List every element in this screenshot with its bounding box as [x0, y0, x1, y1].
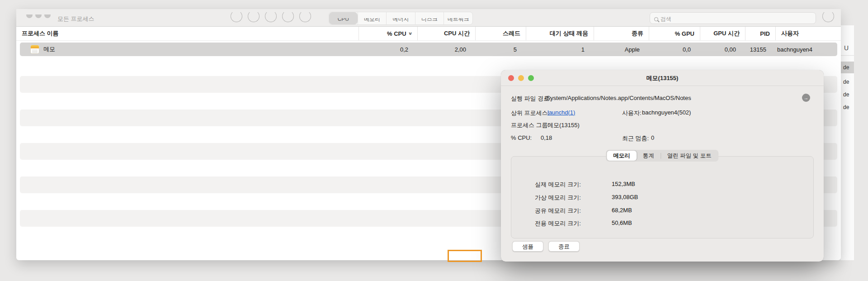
column-header-gpu-time[interactable]: GPU 시간: [700, 27, 745, 40]
cell-kind: Apple: [590, 46, 645, 53]
path-value: /System/Applications/Notes.app/Contents/…: [545, 95, 691, 101]
tab-statistics[interactable]: 통계: [637, 151, 660, 161]
list-item[interactable]: de: [840, 101, 854, 113]
private-memory-label: 전용 메모리 크기:: [535, 219, 581, 228]
zoom-button[interactable]: [44, 14, 51, 18]
stop-process-button[interactable]: [231, 10, 242, 22]
real-memory-value: 152,3MB: [612, 181, 635, 187]
tab-disk[interactable]: 디스크: [415, 12, 444, 24]
private-memory-value: 50,6MB: [612, 219, 632, 226]
cell-threads: 5: [472, 46, 522, 53]
virtual-memory-label: 가상 메모리 크기:: [535, 194, 581, 202]
tab-memory[interactable]: 메모리: [607, 151, 637, 161]
process-info-window: 메모(13155) 실행 파일 경로: /System/Applications…: [501, 70, 824, 262]
resource-tabs: CPU 메모리 에너지 디스크 네트워크: [329, 12, 473, 25]
tab-memory[interactable]: 메모리: [358, 12, 387, 24]
sort-chevron-icon: ∨: [408, 31, 412, 36]
cell-cpu-time: 2,00: [414, 46, 472, 53]
sample-process-button[interactable]: [265, 10, 277, 22]
cell-cpu-percent: 0,2: [355, 46, 414, 53]
quit-button[interactable]: 종료: [548, 241, 580, 252]
column-header-gpu-percent[interactable]: % GPU: [649, 27, 700, 40]
table-row-memo[interactable]: 메모 0,2 2,00 5 1 Apple 0,0 0,00 13155 bac…: [20, 43, 837, 56]
process-name: 메모: [43, 45, 55, 53]
close-button[interactable]: [26, 14, 33, 18]
search-input[interactable]: 검색: [650, 12, 816, 24]
cell-idle-wakeups: 1: [522, 46, 590, 53]
parent-process-link[interactable]: launchd(1): [547, 109, 575, 116]
sample-button[interactable]: 샘플: [512, 241, 543, 252]
inspector-tabs: 메모리 통계 열린 파일 및 포트: [606, 150, 718, 162]
list-item[interactable]: de: [840, 89, 854, 100]
background-window-header: U: [844, 44, 849, 52]
inspector-title: 메모(13155): [501, 74, 824, 82]
tab-energy[interactable]: 에너지: [386, 12, 415, 24]
column-header-cpu-time[interactable]: CPU 시간: [417, 27, 475, 40]
column-header-threads[interactable]: 스레드: [475, 27, 526, 40]
minimize-button[interactable]: [35, 14, 42, 18]
cell-gpu-percent: 0,0: [645, 46, 696, 53]
reveal-in-finder-icon[interactable]: →: [802, 94, 810, 102]
tab-network[interactable]: 네트워크: [443, 12, 472, 24]
toolbar-extra-button-1[interactable]: [282, 10, 294, 22]
virtual-memory-value: 393,08GB: [612, 194, 638, 200]
column-header-process-name[interactable]: 프로세스 이름: [16, 27, 359, 40]
toolbar: 모든 프로세스 CPU 메모리 에너지 디스크 네트워크 검색: [16, 9, 841, 27]
process-group-value: 메모(13155): [547, 121, 580, 129]
cell-pid: 13155: [741, 46, 772, 53]
table-header: 프로세스 이름 % CPU∨ CPU 시간 스레드 대기 상태 깨움 종류 % …: [16, 27, 841, 41]
divider: [840, 55, 854, 56]
real-memory-label: 실제 메모리 크기:: [535, 181, 581, 189]
search-icon: [654, 17, 658, 21]
column-header-user[interactable]: 사용자: [775, 27, 841, 40]
inspect-process-button[interactable]: [248, 10, 259, 22]
cell-gpu-time: 0,00: [696, 46, 741, 53]
list-item[interactable]: de: [840, 62, 854, 73]
memory-panel: 실제 메모리 크기: 152,3MB 가상 메모리 크기: 393,08GB 공…: [511, 156, 814, 238]
search-placeholder: 검색: [660, 15, 671, 23]
recent-hangs-value: 0: [651, 134, 654, 141]
screenshot-stage: U de de de de 모든 프로세스 CPU 메모리 에너지 디스크 네트…: [0, 0, 868, 281]
toolbar-right-button[interactable]: [822, 10, 834, 22]
user-value: bachnguyen4(502): [642, 109, 691, 116]
tab-open-files-and-ports[interactable]: 열린 파일 및 포트: [661, 151, 718, 161]
user-label: 사용자:: [622, 109, 642, 117]
shared-memory-label: 공유 메모리 크기:: [535, 207, 581, 215]
tab-cpu[interactable]: CPU: [329, 12, 358, 24]
notes-app-icon: [30, 45, 39, 54]
parent-process-label: 상위 프로세스:: [511, 109, 549, 117]
column-header-pid[interactable]: PID: [745, 27, 775, 40]
process-group-label: 프로세스 그룹:: [511, 121, 549, 129]
process-filter-label: 모든 프로세스: [57, 15, 94, 23]
cpu-percent-label: % CPU:: [511, 134, 532, 141]
recent-hangs-label: 최근 멈춤:: [622, 134, 649, 143]
cpu-percent-value: 0,18: [541, 134, 552, 141]
list-item[interactable]: de: [840, 76, 854, 88]
inspector-titlebar: 메모(13155): [501, 70, 824, 86]
annotation-highlight-box: [448, 250, 482, 262]
shared-memory-value: 68,2MB: [612, 207, 632, 214]
column-header-cpu-percent[interactable]: % CPU∨: [359, 27, 417, 40]
background-window: U de de de de: [840, 25, 854, 260]
column-header-kind[interactable]: 종류: [594, 27, 649, 40]
cell-user: bachnguyen4: [772, 46, 837, 53]
toolbar-extra-button-2[interactable]: [299, 10, 311, 22]
column-header-idle-wakeups[interactable]: 대기 상태 깨움: [526, 27, 594, 40]
